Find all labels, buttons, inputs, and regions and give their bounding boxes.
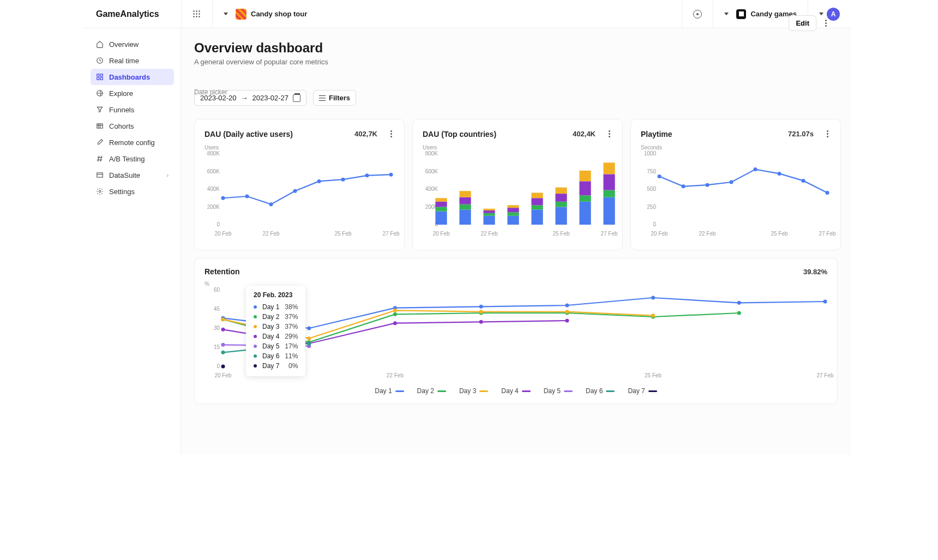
card-menu-button[interactable]	[825, 128, 831, 140]
svg-text:750: 750	[647, 168, 656, 174]
sidebar-item-cohorts[interactable]: Cohorts	[91, 118, 174, 134]
svg-text:400K: 400K	[207, 186, 220, 192]
legend-item[interactable]: Day 2	[417, 387, 446, 395]
svg-text:22 Feb: 22 Feb	[387, 372, 404, 378]
svg-text:0: 0	[653, 221, 656, 227]
filters-button[interactable]: Filters	[313, 90, 356, 106]
svg-point-19	[221, 196, 225, 200]
tooltip-title: 20 Feb. 2023	[254, 291, 298, 299]
app-selector[interactable]: Candy shop tour	[212, 0, 318, 28]
calendar-icon	[293, 94, 300, 102]
svg-rect-47	[483, 210, 495, 213]
svg-point-81	[706, 183, 709, 187]
sidebar-item-label: A/B Testing	[109, 155, 145, 163]
svg-point-127	[221, 365, 225, 369]
svg-rect-49	[507, 216, 519, 225]
date-picker-label: Date picker	[194, 88, 227, 96]
svg-point-22	[293, 189, 297, 193]
svg-point-23	[317, 179, 321, 183]
svg-point-118	[221, 328, 225, 332]
sidebar-item-dashboards[interactable]: Dashboards	[91, 69, 174, 85]
svg-point-113	[307, 336, 311, 340]
sidebar-item-overview[interactable]: Overview	[91, 36, 174, 52]
content: Edit Overview dashboard A general overvi…	[181, 28, 851, 455]
svg-rect-65	[603, 197, 615, 225]
svg-text:20 Feb: 20 Feb	[651, 231, 668, 237]
sliders-icon	[319, 95, 326, 101]
tooltip-row: Day 611%	[254, 351, 298, 361]
svg-rect-67	[603, 174, 615, 190]
card-menu-button[interactable]	[606, 128, 612, 140]
sidebar-item-explore[interactable]: Explore	[91, 85, 174, 101]
svg-text:500: 500	[647, 186, 656, 192]
svg-text:60: 60	[214, 287, 220, 293]
svg-rect-44	[459, 191, 471, 197]
svg-rect-4	[100, 77, 103, 80]
page-menu-button[interactable]	[823, 28, 829, 29]
svg-point-125	[221, 351, 225, 354]
tooltip-row: Day 138%	[254, 302, 298, 312]
svg-point-120	[393, 321, 397, 325]
sidebar-item-label: Cohorts	[109, 122, 134, 130]
svg-text:200K: 200K	[207, 204, 220, 210]
svg-text:Seconds: Seconds	[641, 144, 662, 150]
card-title: Retention	[205, 267, 240, 276]
sidebar-item-real-time[interactable]: Real time	[91, 52, 174, 69]
svg-text:45: 45	[214, 306, 220, 312]
svg-text:1000: 1000	[644, 150, 657, 156]
card-dau-countries: DAU (Top countries) 402,4K Users0200K400…	[412, 119, 623, 250]
legend-item[interactable]: Day 5	[544, 387, 573, 395]
tooltip-row: Day 337%	[254, 322, 298, 332]
grid-icon	[193, 10, 201, 19]
svg-text:27 Feb: 27 Feb	[816, 372, 834, 378]
legend-item[interactable]: Day 1	[375, 387, 404, 395]
gear-icon	[693, 10, 702, 19]
card-value: 402,4K	[573, 130, 596, 138]
sidebar-item-remote-config[interactable]: Remote config	[91, 134, 174, 150]
edit-button[interactable]: Edit	[789, 28, 816, 31]
svg-point-101	[565, 304, 569, 308]
legend-item[interactable]: Day 3	[459, 387, 488, 395]
tooltip-row: Day 517%	[254, 341, 298, 351]
svg-point-114	[393, 309, 397, 312]
sidebar-item-settings[interactable]: Settings	[91, 183, 174, 200]
svg-point-103	[737, 301, 741, 305]
svg-rect-37	[435, 212, 447, 225]
settings-gear-button[interactable]	[682, 0, 713, 28]
sidebar-item-a-b-testing[interactable]: A/B Testing	[91, 150, 174, 167]
svg-rect-58	[555, 202, 567, 207]
tooltip-row: Day 70%	[254, 361, 298, 371]
svg-point-112	[221, 317, 225, 321]
sidebar-item-datasuite[interactable]: DataSuite›	[91, 167, 174, 183]
legend-item[interactable]: Day 4	[501, 387, 530, 395]
legend-item[interactable]: Day 7	[628, 387, 657, 395]
svg-rect-52	[507, 205, 519, 208]
svg-rect-62	[579, 195, 591, 201]
brand-logo: GameAnalytics	[84, 0, 181, 28]
svg-point-85	[802, 179, 805, 183]
svg-text:20 Feb: 20 Feb	[432, 231, 450, 237]
svg-text:15: 15	[214, 344, 220, 350]
sidebar-item-label: DataSuite	[109, 171, 140, 179]
svg-text:27 Feb: 27 Feb	[819, 231, 836, 237]
svg-text:27 Feb: 27 Feb	[600, 231, 618, 237]
legend-item[interactable]: Day 6	[586, 387, 615, 395]
svg-point-24	[341, 178, 345, 182]
svg-point-25	[365, 173, 369, 177]
svg-point-100	[479, 305, 483, 309]
svg-rect-1	[97, 74, 99, 76]
svg-point-117	[651, 314, 655, 317]
card-value: 39.82%	[803, 268, 827, 276]
svg-rect-41	[459, 209, 471, 225]
svg-text:22 Feb: 22 Feb	[262, 231, 280, 237]
sidebar-item-funnels[interactable]: Funnels	[91, 101, 174, 118]
card-menu-button[interactable]	[388, 128, 394, 140]
app-switcher-grid[interactable]	[181, 0, 212, 28]
svg-rect-50	[507, 212, 519, 216]
svg-rect-66	[603, 190, 615, 197]
svg-text:25 Feb: 25 Feb	[645, 372, 662, 378]
svg-rect-55	[531, 198, 543, 205]
sidebar-item-label: Real time	[109, 57, 139, 65]
chart-tooltip: 20 Feb. 2023 Day 138%Day 237%Day 337%Day…	[246, 286, 305, 376]
page-title: Overview dashboard	[194, 40, 838, 56]
